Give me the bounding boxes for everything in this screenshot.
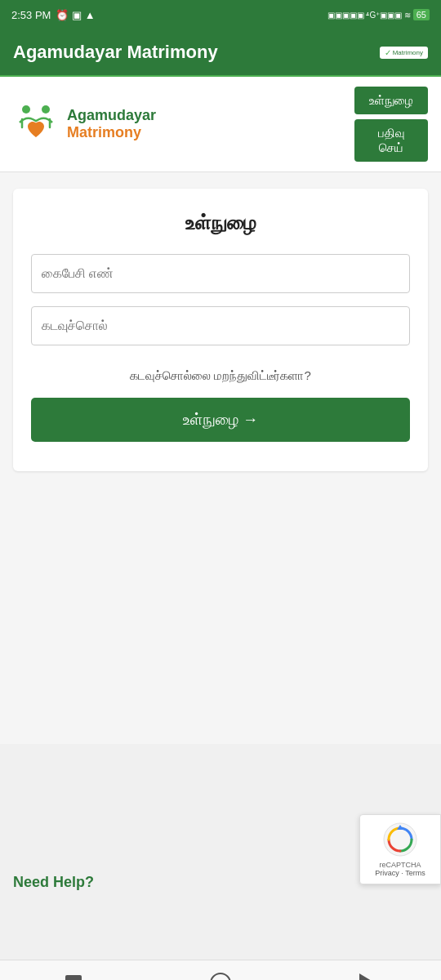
check-icon: ✓ <box>385 48 391 57</box>
login-submit-button[interactable]: உள்நுழை → <box>31 398 410 442</box>
nav-buttons: உள்நுழை பதிவு செய் <box>354 87 428 162</box>
app-logo-icon <box>13 101 59 147</box>
square-icon <box>65 975 82 981</box>
status-time: 2:53 PM <box>11 9 51 21</box>
nav-register-button[interactable]: பதிவு செய் <box>354 119 428 162</box>
password-input[interactable] <box>31 306 410 345</box>
app-bar-badge: ✓ Matrimony <box>380 47 428 59</box>
main-content: உள்நுழை கடவுச்சொல்லை மறந்துவிட்டீர்களா? … <box>0 172 441 744</box>
recaptcha-privacy-terms: Privacy · Terms <box>375 869 425 877</box>
forgot-password-link[interactable]: கடவுச்சொல்லை மறந்துவிட்டீர்களா? <box>31 368 410 383</box>
app-bar: Agamudayar Matrimony ✓ Matrimony <box>0 29 441 77</box>
app-bar-title: Agamudayar Matrimony <box>13 42 218 63</box>
status-right: ▣▣▣▣▣ ⁴G⁺▣▣▣ ≋ 65 <box>327 9 430 20</box>
signal-icons: ▣▣▣▣▣ ⁴G⁺▣▣▣ ≋ 65 <box>327 9 430 20</box>
login-title: உள்நுழை <box>31 212 410 234</box>
recaptcha-logo-icon <box>382 822 418 858</box>
circle-icon <box>210 973 231 981</box>
bottom-nav <box>0 960 441 980</box>
status-left: 2:53 PM ⏰ ▣ ▲ <box>11 9 96 21</box>
phone-input[interactable] <box>31 254 410 293</box>
svg-point-0 <box>22 105 30 114</box>
nav-area: Agamudayar Matrimony உள்நுழை பதிவு செய் <box>0 77 441 172</box>
svg-point-1 <box>42 105 50 114</box>
back-square-button[interactable] <box>61 971 86 981</box>
logo-line2: Matrimony <box>67 124 156 141</box>
nav-login-button[interactable]: உள்நுழை <box>354 87 428 114</box>
triangle-icon <box>359 973 376 981</box>
need-help-text: Need Help? <box>13 874 94 891</box>
status-icons: ⏰ ▣ ▲ <box>56 9 95 21</box>
back-triangle-button[interactable] <box>355 971 380 981</box>
logo-line1: Agamudayar <box>67 107 156 124</box>
home-circle-button[interactable] <box>208 971 233 981</box>
logo-text: Agamudayar Matrimony <box>67 107 156 141</box>
recaptcha-label: reCAPTCHA <box>379 861 421 869</box>
recaptcha-badge: reCAPTCHA Privacy · Terms <box>359 814 441 884</box>
badge-text: Matrimony <box>393 49 423 56</box>
logo-area: Agamudayar Matrimony <box>13 101 156 147</box>
status-bar: 2:53 PM ⏰ ▣ ▲ ▣▣▣▣▣ ⁴G⁺▣▣▣ ≋ 65 <box>0 0 441 29</box>
login-card: உள்நுழை கடவுச்சொல்லை மறந்துவிட்டீர்களா? … <box>13 189 428 471</box>
